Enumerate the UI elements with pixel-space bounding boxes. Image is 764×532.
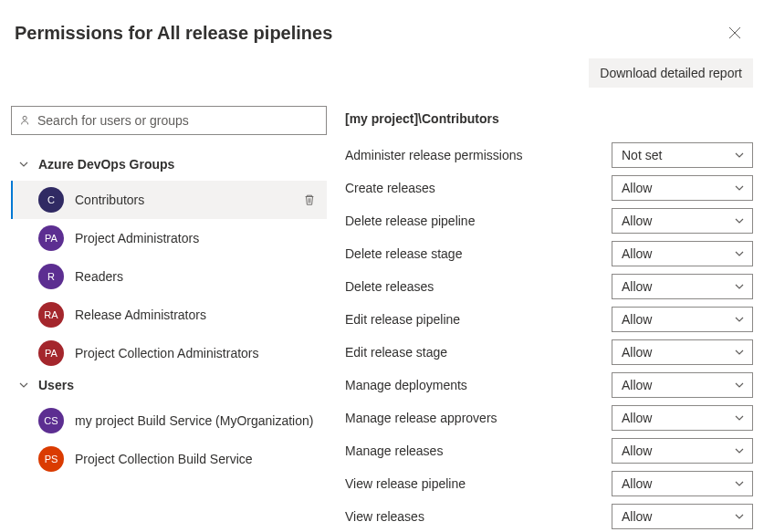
permission-row: Administer release permissionsNot set: [345, 139, 753, 172]
group-row[interactable]: PAProject Administrators: [11, 219, 327, 257]
permission-label: Edit release pipeline: [345, 312, 460, 327]
detail-heading: [my project]\Contributors: [345, 106, 753, 139]
chevron-down-icon: [734, 347, 745, 358]
permission-select[interactable]: Allow: [612, 438, 753, 464]
chevron-down-icon: [734, 183, 745, 193]
chevron-down-icon: [734, 248, 745, 259]
permission-label: Manage deployments: [345, 378, 467, 392]
permission-label: Edit release stage: [345, 345, 447, 360]
group-label: Project Collection Administrators: [75, 346, 319, 360]
permission-label: Manage release approvers: [345, 411, 497, 425]
permission-select[interactable]: Allow: [612, 274, 753, 299]
permission-value: Allow: [622, 411, 652, 425]
users-section-header[interactable]: Users: [11, 372, 327, 402]
permission-label: Manage releases: [345, 443, 443, 458]
avatar: RA: [38, 302, 64, 328]
permission-select[interactable]: Allow: [612, 175, 753, 201]
chevron-down-icon: [734, 215, 745, 226]
group-row[interactable]: RARelease Administrators: [11, 296, 327, 334]
permission-value: Allow: [622, 181, 652, 195]
chevron-down-icon: [734, 445, 745, 456]
chevron-down-icon: [734, 150, 745, 161]
user-label: my project Build Service (MyOrganization…: [75, 413, 319, 428]
permission-value: Allow: [622, 345, 652, 360]
permission-row: Edit release pipelineAllow: [345, 303, 753, 336]
svg-point-0: [23, 116, 26, 120]
group-row[interactable]: PAProject Collection Administrators: [11, 334, 327, 372]
permission-select[interactable]: Allow: [612, 339, 753, 365]
permission-label: Delete release stage: [345, 246, 462, 261]
group-row[interactable]: CContributors: [11, 181, 327, 219]
users-section-label: Users: [38, 378, 74, 392]
permission-row: View release pipelineAllow: [345, 467, 753, 500]
chevron-down-icon: [18, 159, 29, 170]
permissions-detail-panel: [my project]\Contributors Administer rel…: [341, 106, 753, 532]
permission-label: Administer release permissions: [345, 148, 523, 162]
permission-select[interactable]: Allow: [612, 208, 753, 234]
permission-row: Delete releasesAllow: [345, 270, 753, 303]
permission-value: Allow: [622, 509, 652, 524]
chevron-down-icon: [734, 478, 745, 489]
permission-row: Manage releasesAllow: [345, 434, 753, 467]
permission-row: Edit release stageAllow: [345, 336, 753, 369]
group-label: Contributors: [75, 193, 292, 207]
permission-value: Not set: [622, 148, 662, 162]
permission-value: Allow: [622, 443, 652, 458]
page-title: Permissions for All release pipelines: [15, 23, 332, 44]
permission-value: Allow: [622, 378, 652, 392]
download-report-button[interactable]: Download detailed report: [589, 58, 753, 88]
avatar: R: [38, 264, 64, 289]
avatar: CS: [38, 408, 64, 433]
group-label: Project Administrators: [75, 231, 319, 245]
permission-value: Allow: [622, 312, 652, 327]
avatar: C: [38, 187, 64, 213]
user-row[interactable]: PSProject Collection Build Service: [11, 440, 327, 478]
permission-value: Allow: [622, 214, 652, 228]
permission-select[interactable]: Not set: [612, 142, 753, 168]
identity-list-panel: Azure DevOps Groups CContributorsPAProje…: [11, 106, 327, 532]
permission-row: Delete release stageAllow: [345, 237, 753, 270]
group-label: Release Administrators: [75, 308, 319, 322]
permission-row: Create releasesAllow: [345, 172, 753, 204]
permission-label: Delete releases: [345, 279, 434, 294]
avatar: PA: [38, 225, 64, 251]
permission-label: Delete release pipeline: [345, 214, 475, 228]
trash-icon: [303, 193, 316, 206]
permission-label: View releases: [345, 509, 424, 524]
group-row[interactable]: RReaders: [11, 257, 327, 296]
chevron-down-icon: [18, 380, 29, 391]
permission-label: Create releases: [345, 181, 435, 195]
groups-section-label: Azure DevOps Groups: [38, 157, 174, 172]
permission-row: Manage release approversAllow: [345, 402, 753, 434]
permission-row: View releasesAllow: [345, 500, 753, 532]
chevron-down-icon: [734, 511, 745, 522]
permission-select[interactable]: Allow: [612, 372, 753, 398]
permission-row: Manage deploymentsAllow: [345, 369, 753, 402]
search-input[interactable]: [37, 113, 319, 128]
user-label: Project Collection Build Service: [75, 452, 319, 466]
search-box[interactable]: [11, 106, 327, 135]
permission-select[interactable]: Allow: [612, 504, 753, 529]
permission-value: Allow: [622, 476, 652, 491]
close-button[interactable]: [720, 18, 749, 47]
avatar: PA: [38, 340, 64, 366]
close-icon: [728, 26, 741, 39]
chevron-down-icon: [734, 380, 745, 391]
chevron-down-icon: [734, 412, 745, 423]
person-search-icon: [19, 114, 32, 127]
chevron-down-icon: [734, 314, 745, 325]
chevron-down-icon: [734, 281, 745, 292]
permission-select[interactable]: Allow: [612, 307, 753, 332]
permission-select[interactable]: Allow: [612, 405, 753, 431]
permission-label: View release pipeline: [345, 476, 466, 491]
permission-select[interactable]: Allow: [612, 471, 753, 496]
group-label: Readers: [75, 269, 319, 284]
permission-value: Allow: [622, 279, 652, 294]
avatar: PS: [38, 446, 64, 472]
permission-value: Allow: [622, 246, 652, 261]
groups-section-header[interactable]: Azure DevOps Groups: [11, 151, 327, 181]
user-row[interactable]: CSmy project Build Service (MyOrganizati…: [11, 402, 327, 440]
delete-button[interactable]: [303, 193, 319, 206]
permission-row: Delete release pipelineAllow: [345, 204, 753, 237]
permission-select[interactable]: Allow: [612, 241, 753, 266]
